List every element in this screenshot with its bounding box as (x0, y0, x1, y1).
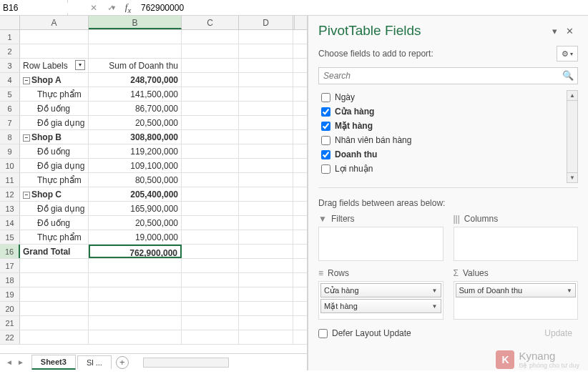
cell[interactable] (89, 30, 182, 44)
row-header[interactable]: 17 (0, 259, 20, 272)
cell[interactable]: Đồ gia dụng (20, 116, 89, 129)
row-header[interactable]: 2 (0, 44, 20, 58)
cell[interactable] (239, 144, 293, 158)
add-sheet-button[interactable]: + (116, 356, 129, 369)
field-item[interactable]: Lợi nhuận (318, 162, 567, 176)
field-item[interactable]: Doanh thu (318, 147, 567, 162)
cancel-formula-icon[interactable]: ✕ (85, 0, 102, 15)
cell[interactable]: 762,900,000 (89, 245, 182, 258)
cell[interactable]: 19,000,000 (89, 230, 182, 244)
select-all-corner[interactable] (0, 16, 20, 29)
cell[interactable] (20, 302, 89, 315)
cell[interactable] (89, 273, 182, 287)
row-header[interactable]: 11 (0, 173, 20, 187)
field-item[interactable]: Ngày (318, 90, 567, 104)
cell[interactable] (239, 287, 293, 301)
field-list-settings-button[interactable]: ⚙ ▾ (557, 46, 578, 61)
cell[interactable]: 308,800,000 (89, 130, 182, 144)
cell[interactable]: 165,900,000 (89, 202, 182, 215)
row-header[interactable]: 4 (0, 73, 20, 87)
cell[interactable]: Thực phẩm (20, 230, 89, 244)
cell[interactable]: Thực phẩm (20, 173, 89, 187)
field-checkbox[interactable] (321, 93, 330, 102)
cell[interactable]: Row Labels▾ (20, 59, 89, 72)
fx-icon[interactable]: fx (119, 0, 137, 15)
row-header[interactable]: 1 (0, 30, 20, 44)
cell[interactable] (182, 202, 239, 215)
pane-minimize-icon[interactable]: ▾ (548, 26, 562, 36)
cell[interactable]: Đồ uống (20, 216, 89, 230)
cell[interactable]: 205,400,000 (89, 187, 182, 201)
cell[interactable]: Đồ gia dụng (20, 159, 89, 172)
row-header[interactable]: 6 (0, 102, 20, 115)
field-item[interactable]: Mặt hàng (318, 119, 567, 133)
field-checkbox[interactable] (321, 150, 330, 159)
field-checkbox[interactable] (321, 164, 330, 174)
cell[interactable]: 119,200,000 (89, 144, 182, 158)
cell[interactable] (182, 216, 239, 230)
field-list-scrollbar[interactable]: ▲ ▼ (567, 90, 578, 183)
cell[interactable] (182, 130, 239, 144)
cell[interactable] (239, 216, 293, 230)
cell[interactable] (239, 30, 293, 44)
column-header-c[interactable]: C (182, 16, 239, 29)
row-header[interactable]: 8 (0, 130, 20, 144)
row-header[interactable]: 22 (0, 330, 20, 344)
cell[interactable] (239, 116, 293, 129)
cell[interactable] (89, 259, 182, 272)
cell[interactable]: Sum of Doanh thu (89, 59, 182, 72)
cell[interactable] (182, 245, 239, 258)
cell[interactable] (20, 44, 89, 58)
cell[interactable] (182, 173, 239, 187)
field-pill[interactable]: Mặt hàng▼ (320, 299, 441, 313)
cell[interactable] (182, 330, 239, 344)
row-header[interactable]: 18 (0, 273, 20, 287)
cell[interactable] (239, 273, 293, 287)
accept-formula-icon[interactable]: ✓ (102, 0, 119, 15)
cell[interactable]: 86,700,000 (89, 102, 182, 115)
field-pill[interactable]: Sum of Doanh thu▼ (456, 283, 577, 297)
defer-layout-checkbox[interactable] (318, 329, 328, 338)
cell[interactable]: 248,700,000 (89, 73, 182, 87)
cell[interactable]: −Shop C (20, 187, 89, 201)
cell[interactable] (20, 316, 89, 330)
cell[interactable]: 20,500,000 (89, 216, 182, 230)
collapse-icon[interactable]: − (23, 134, 30, 142)
column-header-b[interactable]: B (89, 16, 182, 29)
scroll-down-icon[interactable]: ▼ (567, 172, 577, 182)
collapse-icon[interactable]: − (23, 77, 30, 84)
row-header[interactable]: 14 (0, 216, 20, 230)
cell[interactable]: 80,500,000 (89, 173, 182, 187)
cell[interactable] (20, 259, 89, 272)
chevron-down-icon[interactable]: ▼ (432, 287, 438, 294)
cell[interactable] (239, 173, 293, 187)
row-header[interactable]: 21 (0, 316, 20, 330)
name-box[interactable]: ▼ (0, 0, 68, 15)
cell[interactable] (89, 330, 182, 344)
filters-area[interactable]: ▼Filters (318, 214, 444, 261)
cell[interactable] (239, 44, 293, 58)
horizontal-scrollbar[interactable] (143, 358, 229, 368)
cell[interactable] (20, 287, 89, 301)
row-header[interactable]: 19 (0, 287, 20, 301)
cell[interactable]: Đồ gia dụng (20, 202, 89, 215)
row-header[interactable]: 5 (0, 87, 20, 101)
row-header[interactable]: 3 (0, 59, 20, 72)
pane-close-icon[interactable]: ✕ (562, 26, 578, 36)
field-checkbox[interactable] (321, 136, 330, 145)
cell[interactable] (182, 159, 239, 172)
cell[interactable] (89, 316, 182, 330)
cell[interactable] (239, 73, 293, 87)
search-input[interactable] (318, 67, 578, 84)
cell[interactable] (182, 116, 239, 129)
row-header[interactable]: 10 (0, 159, 20, 172)
cell[interactable]: Thực phẩm (20, 87, 89, 101)
cell[interactable] (89, 302, 182, 315)
cell[interactable] (239, 302, 293, 315)
cell[interactable]: −Shop B (20, 130, 89, 144)
cell[interactable]: Đồ uống (20, 144, 89, 158)
cell[interactable] (239, 102, 293, 115)
cell[interactable] (239, 245, 293, 258)
cell[interactable] (182, 87, 239, 101)
row-header[interactable]: 15 (0, 230, 20, 244)
